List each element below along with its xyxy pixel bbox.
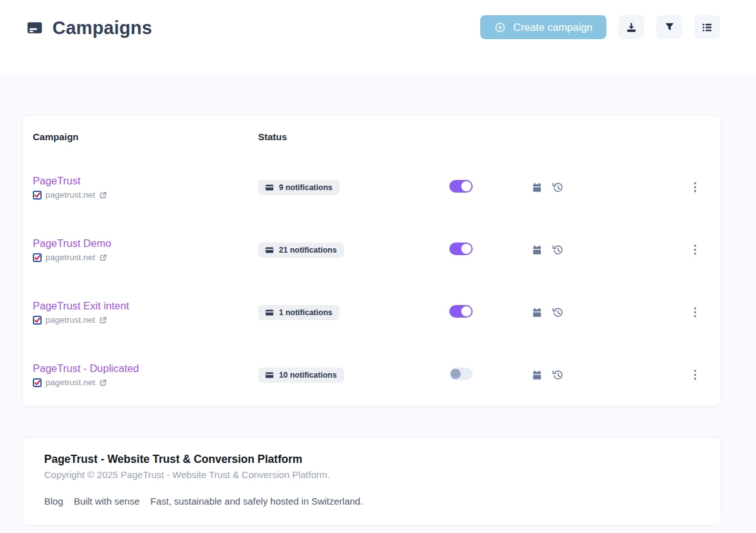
toggle-knob: [461, 181, 471, 191]
campaign-active-toggle[interactable]: [449, 305, 473, 318]
notifications-count-label: 21 notifications: [279, 246, 337, 255]
filter-button[interactable]: [656, 15, 682, 39]
notification-card-icon: [265, 246, 274, 255]
toggle-cell: [447, 368, 523, 383]
campaign-active-toggle[interactable]: [449, 243, 473, 255]
toggle-knob: [451, 369, 461, 379]
campaign-domain-link[interactable]: pagetrust.net: [45, 190, 95, 200]
notifications-count-label: 1 notifications: [279, 308, 333, 317]
page-title: Campaigns: [52, 18, 152, 39]
table-row: PageTrust Exit intent pagetrust.net 1 no…: [23, 281, 721, 344]
campaign-name-link[interactable]: PageTrust Exit intent: [33, 300, 129, 312]
row-menu-cell: [605, 244, 711, 255]
plus-circle-icon: [494, 21, 506, 33]
external-link-icon: [99, 379, 107, 386]
kebab-menu-icon[interactable]: [694, 244, 697, 255]
kebab-menu-icon[interactable]: [694, 182, 697, 193]
column-header-status: Status: [258, 131, 447, 156]
notifications-badge: 10 notifications: [258, 368, 344, 383]
notifications-badge: 1 notifications: [258, 305, 340, 320]
campaign-name-link[interactable]: PageTrust: [33, 175, 81, 187]
create-campaign-label: Create campaign: [513, 21, 593, 33]
external-link-icon: [99, 254, 107, 261]
toolbar: Create campaign: [480, 15, 720, 39]
notification-card-icon: [265, 183, 274, 192]
schedule-calendar-icon[interactable]: [532, 308, 542, 318]
notifications-count-label: 9 notifications: [279, 183, 333, 192]
row-menu-cell: [605, 307, 711, 318]
status-cell: 10 notifications: [258, 368, 447, 383]
status-cell: 21 notifications: [258, 243, 447, 258]
campaigns-table-card: Campaign Status PageTrust pagetrust.net …: [22, 115, 721, 407]
schedule-calendar-icon[interactable]: [532, 183, 542, 193]
history-icon[interactable]: [552, 182, 564, 193]
footer-title: PageTrust - Website Trust & Conversion P…: [44, 453, 699, 466]
table-row: PageTrust Demo pagetrust.net 21 notifica…: [23, 219, 721, 281]
kebab-menu-icon[interactable]: [694, 307, 697, 318]
page-title-group: Campaigns: [27, 15, 152, 40]
table-row: PageTrust - Duplicated pagetrust.net 10 …: [23, 344, 721, 406]
toggle-knob: [461, 306, 471, 316]
notifications-badge: 21 notifications: [258, 243, 344, 258]
list-view-button[interactable]: [694, 15, 720, 39]
schedule-calendar-icon[interactable]: [532, 370, 542, 380]
campaign-cell: PageTrust pagetrust.net: [33, 175, 258, 200]
kebab-menu-icon[interactable]: [694, 369, 697, 380]
campaign-cell: PageTrust Demo pagetrust.net: [33, 237, 258, 262]
site-favicon-icon: [33, 378, 42, 387]
row-actions: [523, 244, 605, 256]
footer-card: PageTrust - Website Trust & Conversion P…: [22, 437, 721, 526]
external-link-icon: [99, 316, 107, 324]
column-header-campaign: Campaign: [33, 131, 258, 156]
table-row: PageTrust pagetrust.net 9 notifications: [23, 156, 721, 219]
footer-link-blog[interactable]: Blog: [44, 496, 63, 506]
external-link-icon: [99, 191, 107, 199]
status-cell: 1 notifications: [258, 305, 447, 320]
toggle-cell: [447, 305, 523, 320]
list-icon: [702, 22, 712, 33]
history-icon[interactable]: [552, 307, 564, 318]
footer-link-hosting[interactable]: Fast, sustainable and safely hosted in S…: [150, 496, 363, 506]
campaign-domain-link[interactable]: pagetrust.net: [45, 315, 95, 325]
campaign-cell: PageTrust Exit intent pagetrust.net: [33, 300, 258, 325]
site-favicon-icon: [33, 191, 42, 200]
notifications-count-label: 10 notifications: [279, 371, 337, 380]
status-cell: 9 notifications: [258, 180, 447, 195]
campaign-domain-link[interactable]: pagetrust.net: [45, 378, 95, 387]
row-actions: [523, 307, 605, 318]
campaign-active-toggle[interactable]: [449, 368, 473, 380]
row-menu-cell: [605, 182, 711, 193]
history-icon[interactable]: [552, 244, 564, 256]
site-favicon-icon: [33, 316, 42, 325]
campaign-name-link[interactable]: PageTrust Demo: [33, 237, 111, 249]
toggle-cell: [447, 243, 523, 258]
export-download-button[interactable]: [618, 15, 644, 39]
top-bar: Campaigns Create campaign: [0, 0, 756, 75]
history-icon[interactable]: [552, 369, 564, 381]
schedule-calendar-icon[interactable]: [532, 245, 542, 255]
notification-card-icon: [265, 371, 274, 380]
download-icon: [626, 22, 637, 33]
site-favicon-icon: [33, 253, 42, 262]
campaign-name-link[interactable]: PageTrust - Duplicated: [33, 362, 139, 374]
notification-card-icon: [265, 308, 274, 317]
row-actions: [523, 369, 605, 381]
campaigns-card-icon: [27, 20, 43, 36]
campaign-domain-link[interactable]: pagetrust.net: [45, 253, 95, 262]
filter-funnel-icon: [664, 22, 675, 32]
footer-link-built-with-sense[interactable]: Built with sense: [74, 496, 139, 506]
row-actions: [523, 182, 605, 193]
footer-links: Blog Built with sense Fast, sustainable …: [44, 496, 699, 506]
toggle-knob: [461, 244, 471, 254]
toggle-cell: [447, 180, 523, 195]
footer-copyright: Copyright © 2025 PageTrust - Website Tru…: [44, 469, 699, 480]
campaign-active-toggle[interactable]: [449, 180, 473, 193]
create-campaign-button[interactable]: Create campaign: [480, 15, 606, 39]
campaign-cell: PageTrust - Duplicated pagetrust.net: [33, 362, 258, 387]
row-menu-cell: [605, 369, 711, 380]
notifications-badge: 9 notifications: [258, 180, 340, 195]
table-header-row: Campaign Status: [23, 116, 721, 156]
